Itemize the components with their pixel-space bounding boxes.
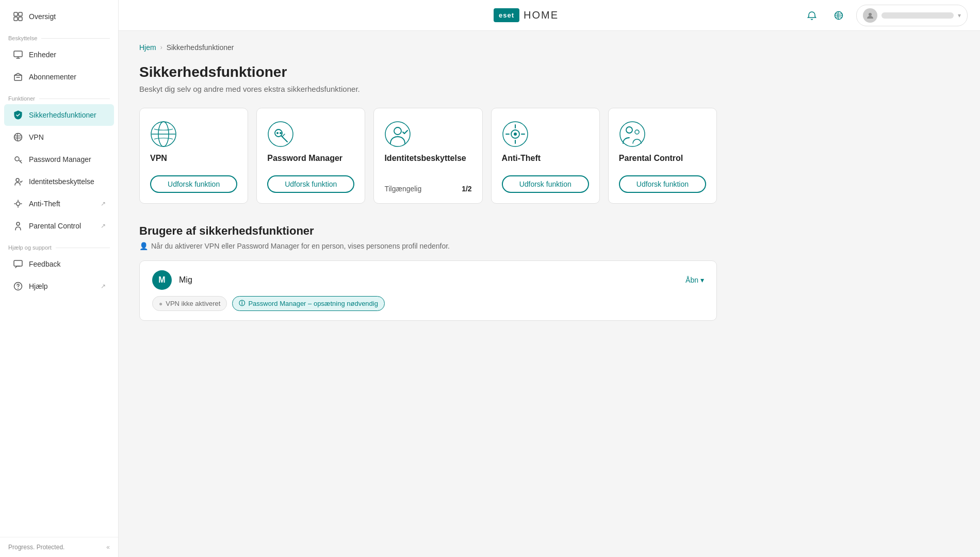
comment-icon: [12, 258, 24, 270]
sidebar-item-parental[interactable]: Parental Control ↗: [4, 215, 114, 237]
external-link-icon: ↗: [101, 222, 106, 230]
user-avatar: M: [152, 270, 172, 290]
language-button[interactable]: [829, 6, 848, 25]
user-menu[interactable]: ▾: [856, 5, 968, 26]
chevron-down-icon: ▾: [958, 12, 961, 19]
svg-rect-5: [14, 75, 22, 80]
sidebar-item-label: Identitetsbeskyttelse: [29, 177, 94, 186]
external-link-icon: ↗: [101, 200, 106, 207]
sidebar-item-abonnement[interactable]: Abonnementer: [4, 66, 114, 88]
antitheft-card-icon: [502, 121, 529, 148]
external-link-icon: ↗: [101, 283, 106, 290]
sidebar-item-label: VPN: [29, 133, 44, 141]
svg-point-8: [16, 178, 19, 182]
vpn-tag-icon: ●: [159, 300, 162, 307]
svg-rect-3: [19, 17, 22, 21]
user-tags: ● VPN ikke aktiveret ⓘ Password Manager …: [152, 296, 704, 311]
user-avatar-icon: [863, 8, 877, 23]
svg-rect-2: [14, 17, 18, 21]
password-status-tag[interactable]: ⓘ Password Manager – opsætning nødvendig: [232, 296, 384, 311]
users-section-title: Brugere af sikkerhedsfunktioner: [139, 224, 717, 238]
parental-explore-button[interactable]: Udforsk funktion: [619, 175, 706, 193]
identity-feature-card: Identitetsbeskyttelse Tilgængelig 1/2: [373, 108, 482, 204]
sidebar-item-label: Password Manager: [29, 155, 91, 163]
user-row-open-button[interactable]: Åbn ▾: [685, 276, 704, 284]
pm-tag-label: Password Manager – opsætning nødvendig: [248, 300, 378, 307]
antitheft-card-name: Anti-Theft: [502, 154, 589, 163]
sidebar-item-label: Oversigt: [29, 12, 56, 21]
status-label: Tilgængelig: [384, 185, 421, 193]
home-text: HOME: [524, 9, 559, 21]
sidebar-item-label: Anti-Theft: [29, 200, 60, 208]
parental-feature-card: Parental Control Udforsk funktion: [608, 108, 717, 204]
vpn-card-name: VPN: [150, 154, 237, 163]
collapse-icon[interactable]: «: [106, 544, 110, 551]
svg-point-22: [394, 127, 401, 135]
status-count: 1/2: [462, 185, 471, 193]
svg-rect-11: [14, 260, 22, 266]
antitheft-explore-button[interactable]: Udforsk funktion: [502, 175, 589, 193]
breadcrumb-current: Sikkerhedsfunktioner: [167, 43, 234, 52]
sidebar-nav: Oversigt Beskyttelse Enheder Abonnemente…: [0, 0, 118, 537]
svg-point-7: [15, 157, 19, 161]
monitor-icon: [12, 49, 24, 60]
topbar-logo: eset HOME: [250, 8, 803, 22]
sidebar: Oversigt Beskyttelse Enheder Abonnemente…: [0, 0, 119, 557]
topbar: eset HOME ▾: [119, 0, 980, 31]
sidebar-item-label: Abonnementer: [29, 73, 76, 81]
svg-point-19: [276, 132, 279, 134]
child-icon: [12, 220, 24, 232]
sidebar-item-hjaelp[interactable]: Hjælp ↗: [4, 275, 114, 297]
sidebar-item-enheder[interactable]: Enheder: [4, 44, 114, 65]
svg-point-21: [385, 122, 410, 146]
feature-cards: VPN Udforsk funktion: [139, 108, 717, 204]
identity-card-icon: [384, 121, 411, 148]
vpn-icon: [12, 132, 24, 143]
user-row: M Mig Åbn ▾ ● VPN ikke aktiveret: [139, 260, 717, 321]
question-icon: [12, 281, 24, 292]
svg-rect-0: [14, 12, 18, 16]
sidebar-item-password[interactable]: Password Manager: [4, 149, 114, 170]
vpn-status-tag: ● VPN ikke aktiveret: [152, 296, 227, 311]
user-row-info: M Mig: [152, 270, 192, 290]
eset-logo: eset: [494, 8, 519, 22]
svg-point-27: [626, 127, 632, 133]
page-subtitle: Beskyt dig selv og andre med vores ekstr…: [139, 85, 717, 93]
svg-point-10: [17, 222, 20, 225]
svg-point-9: [17, 202, 20, 206]
parental-card-name: Parental Control: [619, 154, 706, 163]
topbar-actions: ▾: [803, 5, 968, 26]
password-feature-card: Password Manager Udforsk funktion: [256, 108, 365, 204]
svg-rect-1: [19, 12, 22, 16]
key-icon: [12, 154, 24, 165]
svg-point-25: [514, 133, 517, 136]
sidebar-item-label: Sikkerhedsfunktioner: [29, 111, 96, 119]
sidebar-item-sikkerhed[interactable]: Sikkerhedsfunktioner: [4, 104, 114, 126]
shield-icon: [12, 109, 24, 121]
vpn-explore-button[interactable]: Udforsk funktion: [150, 175, 237, 193]
sidebar-item-feedback[interactable]: Feedback: [4, 253, 114, 275]
identity-card-status: Tilgængelig 1/2: [384, 185, 471, 193]
password-explore-button[interactable]: Udforsk funktion: [267, 175, 354, 193]
sidebar-item-label: Feedback: [29, 260, 60, 268]
sidebar-item-label: Enheder: [29, 51, 56, 59]
svg-point-20: [280, 132, 282, 134]
sidebar-item-oversigt[interactable]: Oversigt: [4, 6, 114, 27]
sidebar-item-antitheft[interactable]: Anti-Theft ↗: [4, 193, 114, 215]
breadcrumb-home[interactable]: Hjem: [139, 43, 156, 52]
main-content: Hjem › Sikkerhedsfunktioner Sikkerhedsfu…: [119, 31, 980, 557]
footer-label: Progress. Protected.: [8, 544, 64, 551]
vpn-tag-label: VPN ikke aktiveret: [166, 300, 220, 307]
svg-point-14: [869, 13, 872, 16]
svg-rect-4: [14, 51, 22, 57]
pm-tag-icon: ⓘ: [239, 299, 245, 308]
grid-icon: [12, 11, 24, 22]
sidebar-item-identitet[interactable]: Identitetsbeskyttelse: [4, 171, 114, 192]
vpn-card-icon: [150, 121, 177, 148]
sidebar-item-label: Parental Control: [29, 222, 81, 230]
antitheft-feature-card: Anti-Theft Udforsk funktion: [491, 108, 600, 204]
sidebar-section-hjaelp: Hjælp og support: [0, 237, 118, 253]
sidebar-item-label: Hjælp: [29, 282, 48, 290]
notification-button[interactable]: [803, 6, 821, 25]
sidebar-item-vpn[interactable]: VPN: [4, 126, 114, 148]
